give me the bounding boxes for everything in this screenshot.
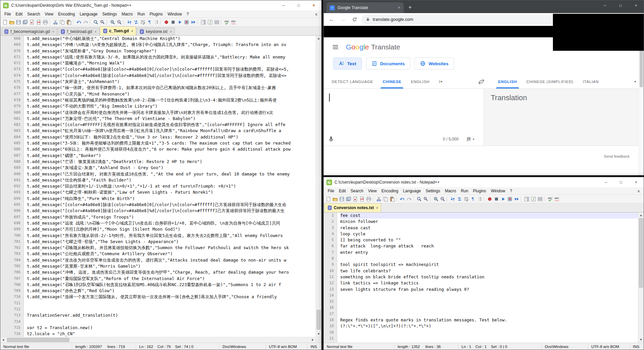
code-line[interactable]: t.add_message("[color=#4a86e8]脉读[color=#…: [27, 208, 316, 214]
toolbar-zoom-in-icon[interactable]: [433, 196, 439, 202]
menu-item-settings[interactable]: Settings: [100, 10, 119, 17]
toolbar-undo-icon[interactable]: [76, 19, 82, 26]
code-line[interactable]: loop cycle: [340, 231, 638, 237]
tab-keystone-txt[interactable]: keystone.txt×: [136, 28, 175, 35]
code-line[interactable]: t.add_message("战吼:使所有敌方随从-3/-0, 如果随从的攻击力…: [27, 54, 316, 60]
toolbar-redo-icon[interactable]: [82, 19, 89, 26]
toolbar-show-all-chars-icon[interactable]: ¶: [470, 196, 476, 202]
toolbar-sync-h-icon[interactable]: [133, 19, 139, 26]
toolbar-function-list-icon[interactable]: f: [530, 196, 537, 202]
language-tab-chinese[interactable]: CHINESE: [378, 75, 406, 88]
toolbar-cut-icon[interactable]: [52, 19, 59, 26]
menubar-close-icon[interactable]: x: [311, 12, 321, 16]
toolbar-new-file-icon[interactable]: [325, 196, 332, 202]
toolbar-stop-macro-icon[interactable]: [170, 19, 176, 26]
toolbar-paste-icon[interactable]: [66, 19, 72, 26]
toolbar-save-all-icon[interactable]: [22, 19, 29, 26]
code-line[interactable]: far attack long-range attack reach: [340, 243, 638, 249]
code-line[interactable]: [340, 305, 638, 311]
main-menu-icon[interactable]: [332, 45, 338, 49]
code-line[interactable]: t.add_message("冲锋:\n凯旋:\n变身为超频状态, 将1张[中心…: [27, 42, 316, 48]
toolbar-indent-guide-icon[interactable]: [476, 196, 483, 202]
tab-close-icon[interactable]: ×: [398, 5, 400, 10]
menu-item-file[interactable]: File: [325, 187, 336, 194]
toolbar-record-macro-icon[interactable]: [163, 19, 170, 26]
toolbar-word-wrap-icon[interactable]: [139, 19, 146, 26]
toolbar-open-icon[interactable]: [8, 19, 15, 26]
code-line[interactable]: t.add_message("6张以上: 再额外使己方英雄获得4点攻击力","6…: [27, 146, 316, 152]
back-button[interactable]: ←: [327, 15, 336, 24]
code-line[interactable]: [340, 299, 638, 305]
code-line[interactable]: t.add_message("晨曦漫步","Morning Walk"): [27, 60, 316, 66]
menu-item-run[interactable]: Run: [458, 187, 471, 194]
code-line[interactable]: t.add_message("选择一个友方第三国际随从, 使其立即发动一次攻击并…: [27, 294, 316, 300]
toolbar-zoom-in-icon[interactable]: [109, 19, 116, 26]
minimize-button[interactable]: ─: [276, 0, 291, 10]
menu-item-language[interactable]: Language: [401, 187, 423, 194]
toolbar-open-icon[interactable]: [332, 196, 338, 202]
vertical-scrollbar-thumb[interactable]: [317, 310, 321, 329]
code-line[interactable]: t.add_message("远攻 战吼:\n召唤一个[中心域戍卫]\n攻击后:…: [27, 220, 316, 226]
toolbar-undo-icon[interactable]: [399, 196, 406, 202]
code-line[interactable]: t.add_message("[color=#4a86e8]脉读[color=#…: [27, 202, 316, 208]
toolbar-close-all-icon[interactable]: [35, 19, 42, 26]
code-line[interactable]: t.add_message("己方回合结束时, 对敌方英雄造成10点伤害。","…: [27, 171, 316, 177]
toolbar-close-icon[interactable]: [29, 19, 35, 26]
code-line[interactable]: t.add_message("不动的大图书馆","Big Immobile Li…: [27, 103, 316, 109]
code-area[interactable]: fee costminion followerrelease castloop …: [337, 212, 638, 343]
code-line[interactable]: t2.locale = "zh_CN": [27, 331, 316, 337]
menu-item-help[interactable]: ?: [508, 187, 515, 194]
toolbar-save-icon[interactable]: [338, 196, 345, 202]
code-line[interactable]: TranslationServer.add_translation(t): [27, 312, 316, 318]
status-insert-mode[interactable]: INS: [307, 343, 321, 350]
menu-item-edit[interactable]: Edit: [13, 10, 25, 17]
code-line[interactable]: t.add_message("月符[沉静的月神]","Moon Sign [Si…: [27, 226, 316, 232]
toolbar-zoom-out-icon[interactable]: [116, 19, 123, 26]
mode-button-websites[interactable]: Websites: [414, 57, 454, 70]
menu-item-macro[interactable]: Macro: [443, 187, 458, 194]
language-tab-english[interactable]: ENGLISH: [493, 75, 522, 88]
toolbar-indent-guide-icon[interactable]: [153, 19, 160, 26]
code-line[interactable]: t.add_message("中心域机装骑士","Central Domain …: [27, 36, 316, 42]
code-line[interactable]: link tactics => linkage tactics: [340, 280, 638, 286]
code-line[interactable]: t.add_message("虹光月落\n抽一张牌\n使用后将一张[虹光月落]洗…: [27, 128, 316, 134]
send-feedback-link[interactable]: Send feedback: [604, 154, 630, 158]
code-line[interactable]: [340, 256, 638, 262]
code-line[interactable]: t.add_message("[color=#4a86e8]脉读[color=#…: [27, 66, 316, 72]
toolbar-save-all-icon[interactable]: [345, 196, 352, 202]
toolbar-word-wrap-icon[interactable]: [463, 196, 470, 202]
language-tab-chinese-simplified[interactable]: CHINESE (SIMPLIFIED): [522, 75, 578, 88]
source-text-input[interactable]: 0 / 5,000 拼 ▾: [324, 89, 484, 146]
scroll-up-arrow[interactable]: [638, 212, 644, 218]
toolbar-auto-spell-icon[interactable]: ABC: [230, 19, 237, 26]
code-line[interactable]: t.add_message("使用3张以下: 额外回复2点生命值","Use 3…: [27, 134, 316, 140]
language-tab-italian[interactable]: ITALIAN: [578, 75, 604, 88]
close-button[interactable]: ×: [628, 0, 644, 10]
status-insert-mode[interactable]: INS: [630, 343, 644, 350]
scroll-left-arrow[interactable]: [0, 337, 6, 343]
code-line[interactable]: t.add_message("七曜之理-帕秋莉·诺蕾姬","Law of Sev…: [27, 189, 316, 195]
toolbar-run-macro-icon[interactable]: [513, 196, 520, 202]
code-line[interactable]: Regex finds extra quote marks in transla…: [340, 317, 638, 323]
code-line[interactable]: t.add_message("灰域层析者","Grey Domain Tomog…: [27, 48, 316, 54]
menu-item-window[interactable]: Window: [165, 10, 184, 17]
close-button[interactable]: ×: [629, 177, 644, 187]
toolbar-save-macro-icon[interactable]: [507, 196, 513, 202]
toolbar-show-all-chars-icon[interactable]: ¶: [146, 19, 153, 26]
toolbar-paste-icon[interactable]: [389, 196, 396, 202]
horizontal-scrollbar[interactable]: [0, 337, 321, 343]
toolbar-play-macro-icon[interactable]: [500, 196, 507, 202]
titlebar[interactable]: N C:\Users\kupan\Desktop\Girls War EN\ca…: [0, 0, 321, 10]
maximize-button[interactable]: □: [613, 0, 628, 10]
menu-item-settings[interactable]: Settings: [423, 187, 442, 194]
code-line[interactable]: tool spirit toolspirit => machinespirit: [340, 262, 638, 268]
menu-item-view[interactable]: View: [42, 10, 56, 17]
input-method-selector[interactable]: 拼 ▾: [467, 136, 474, 142]
menu-item-plugins[interactable]: Plugins: [147, 10, 165, 17]
code-line[interactable]: two life celebrants?: [340, 268, 638, 274]
toolbar-auto-spell-icon[interactable]: ABC: [554, 196, 560, 202]
toolbar-spell-check-icon[interactable]: ABC: [224, 19, 230, 26]
code-line[interactable]: t.add_message("心灵共振","Mind Resonance"): [27, 91, 316, 97]
code-line[interactable]: t.add_message("这张牌会在开局时使自身消失并将一张同名卡牌直接加入…: [27, 110, 316, 116]
code-line[interactable]: t.add_message("回合结束时+1/-1\n凯旋:\n+0/+1","…: [27, 183, 316, 189]
